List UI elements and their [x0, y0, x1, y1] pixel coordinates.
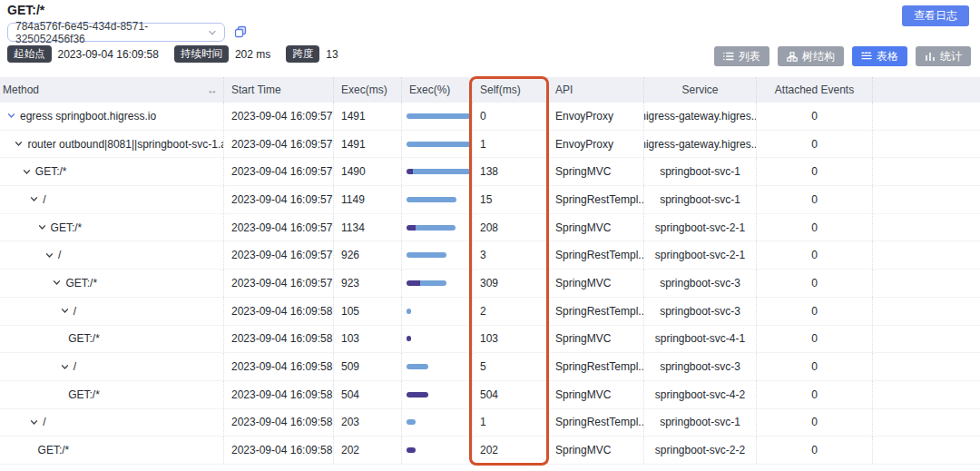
span-method-label[interactable]: GET:/*	[51, 221, 83, 234]
table-body: egress springboot.higress.io 2023-09-04 …	[0, 103, 980, 465]
trace-meta-badges: 起始点 2023-09-04 16:09:58 持续时间 202 ms 跨度 1…	[7, 45, 354, 63]
column-header-exec-ms: Exec(ms)	[334, 77, 402, 103]
view-tree-button[interactable]: 树结构	[778, 46, 844, 66]
table-row[interactable]: / 2023-09-04 16:09:57 1149 15 SpringRest…	[0, 186, 980, 214]
view-tree-label: 树结构	[802, 49, 835, 64]
span-method-label[interactable]: /	[58, 249, 61, 261]
exec-pct-cell	[402, 298, 473, 325]
start-time-cell: 2023-09-04 16:09:57	[224, 103, 334, 130]
span-count-badge: 跨度	[286, 45, 319, 63]
table-row[interactable]: / 2023-09-04 16:09:58 105 2 SpringRestTe…	[0, 298, 980, 326]
span-method-label[interactable]: GET:/*	[68, 388, 100, 401]
span-method-label[interactable]: GET:/*	[35, 165, 67, 178]
chevron-down-icon[interactable]	[61, 307, 69, 315]
chevron-down-icon[interactable]	[30, 195, 38, 203]
self-ms-cell: 202	[473, 437, 548, 464]
table-row[interactable]: / 2023-09-04 16:09:57 926 3 SpringRestTe…	[0, 241, 980, 270]
self-ms-cell: 2	[473, 298, 548, 325]
start-time-cell: 2023-09-04 16:09:57	[224, 270, 334, 297]
table-row[interactable]: / 2023-09-04 16:09:58 203 1 SpringRestTe…	[0, 409, 980, 437]
column-resize-icon[interactable]: ↔	[207, 83, 218, 96]
view-list-button[interactable]: 列表	[714, 46, 769, 66]
span-method-label[interactable]: GET:/*	[65, 277, 97, 289]
service-cell: springboot-svc-4-1	[644, 326, 757, 353]
chevron-down-icon[interactable]	[61, 363, 69, 371]
exec-pct-cell	[402, 270, 473, 297]
view-table-button[interactable]: 表格	[852, 46, 907, 66]
chevron-down-icon[interactable]	[53, 279, 61, 287]
table-row[interactable]: GET:/* 2023-09-04 16:09:57 923 309 Sprin…	[0, 270, 980, 298]
span-method-label[interactable]: GET:/*	[38, 444, 70, 456]
exec-pct-cell	[402, 326, 473, 353]
method-cell: GET:/*	[0, 158, 224, 185]
table-row[interactable]: GET:/* 2023-09-04 16:09:58 103 103 Sprin…	[0, 326, 980, 354]
api-cell: SpringMVC	[548, 381, 644, 408]
span-method-label[interactable]: router outbound|8081||springboot-svc-1.a…	[27, 138, 224, 151]
exec-ms-cell: 926	[334, 241, 402, 269]
row-spacer-cell	[873, 186, 980, 213]
api-cell: SpringMVC	[548, 326, 644, 353]
attached-events-cell: 0	[757, 241, 873, 269]
self-ms-cell: 208	[473, 214, 548, 241]
table-row[interactable]: GET:/* 2023-09-04 16:09:57 1134 208 Spri…	[0, 214, 980, 242]
table-row[interactable]: GET:/* 2023-09-04 16:09:57 1490 138 Spri…	[0, 158, 980, 186]
tree-icon	[787, 52, 798, 62]
exec-ms-cell: 1491	[334, 103, 402, 130]
span-table: Method ↔ Start Time Exec(ms) Exec(%) Sel…	[0, 77, 980, 465]
exec-pct-cell	[402, 158, 473, 185]
attached-events-cell: 0	[757, 381, 873, 408]
self-ms-cell: 138	[473, 158, 548, 185]
span-method-label[interactable]: egress springboot.higress.io	[20, 110, 156, 123]
method-cell: /	[0, 409, 224, 437]
self-time-bar-segment	[407, 225, 416, 231]
attached-events-cell: 0	[757, 353, 873, 380]
method-cell: GET:/*	[0, 326, 224, 353]
child-time-bar-segment	[407, 309, 411, 314]
column-header-method: Method ↔	[0, 77, 224, 103]
api-cell: SpringRestTempl...	[548, 186, 644, 213]
exec-ms-cell: 202	[334, 437, 402, 464]
span-method-label[interactable]: /	[74, 360, 76, 373]
copy-icon[interactable]	[233, 25, 248, 40]
self-ms-cell: 15	[473, 186, 548, 213]
list-icon	[723, 52, 734, 61]
table-row[interactable]: egress springboot.higress.io 2023-09-04 …	[0, 103, 980, 131]
span-method-label[interactable]: /	[74, 305, 76, 318]
table-row[interactable]: GET:/* 2023-09-04 16:09:58 202 202 Sprin…	[0, 437, 980, 465]
service-cell: springboot-svc-2-2	[644, 437, 757, 464]
attached-events-cell: 0	[757, 437, 873, 464]
view-stats-button[interactable]: 统计	[916, 46, 971, 66]
chevron-down-icon[interactable]	[23, 168, 31, 176]
exec-pct-cell	[402, 353, 473, 380]
span-method-label[interactable]: GET:/*	[68, 332, 100, 345]
duration-bar	[407, 309, 411, 314]
chevron-down-icon[interactable]	[38, 223, 46, 231]
chevron-down-icon[interactable]	[7, 112, 15, 120]
duration-bar	[407, 392, 428, 397]
span-method-label[interactable]: /	[43, 193, 45, 206]
duration-bar	[407, 113, 471, 119]
view-table-label: 表格	[877, 49, 898, 64]
trace-id-select[interactable]: 784a576f-6e45-434d-8571-325052456f36	[7, 23, 225, 42]
chevron-down-icon[interactable]	[45, 251, 54, 260]
service-cell: springboot-svc-3	[644, 353, 757, 380]
attached-events-cell: 0	[757, 158, 873, 185]
method-cell: GET:/*	[0, 214, 224, 241]
table-row[interactable]: GET:/* 2023-09-04 16:09:58 504 504 Sprin…	[0, 381, 980, 409]
column-header-attached-events: Attached Events	[757, 77, 873, 103]
view-log-button[interactable]: 查看日志	[902, 5, 969, 26]
duration-bar	[407, 252, 446, 258]
chevron-down-icon[interactable]	[15, 140, 23, 148]
api-cell: SpringMVC	[548, 158, 644, 185]
table-row[interactable]: / 2023-09-04 16:09:58 509 5 SpringRestTe…	[0, 353, 980, 381]
child-time-bar-segment	[420, 280, 446, 286]
row-spacer-cell	[873, 298, 980, 325]
duration-bar	[407, 364, 428, 369]
service-cell: springboot-svc-4-2	[644, 381, 757, 408]
chevron-down-icon[interactable]	[30, 418, 38, 427]
span-method-label[interactable]: /	[43, 416, 45, 428]
duration-bar	[407, 280, 446, 286]
start-time-cell: 2023-09-04 16:09:57	[224, 186, 334, 213]
table-row[interactable]: router outbound|8081||springboot-svc-1.a…	[0, 131, 980, 159]
duration-bar	[407, 447, 416, 453]
